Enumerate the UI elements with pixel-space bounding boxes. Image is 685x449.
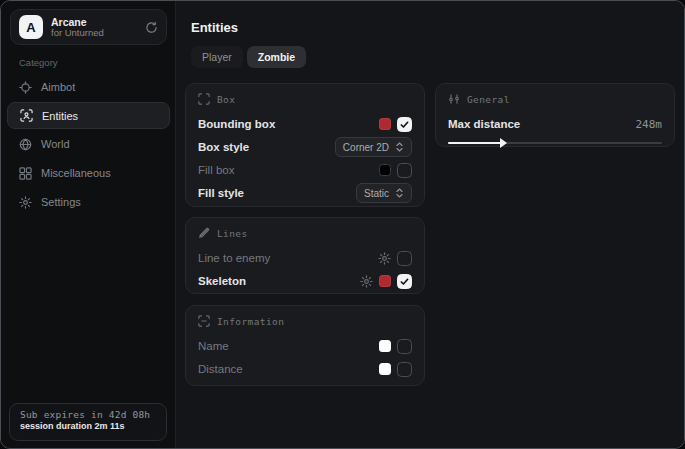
sidebar-item-entities[interactable]: Entities bbox=[7, 102, 170, 129]
box-style-label: Box style bbox=[198, 141, 249, 153]
general-section-title: General bbox=[467, 94, 510, 105]
box-style-row: Box style Corner 2D bbox=[198, 136, 412, 158]
slider-thumb[interactable] bbox=[500, 138, 507, 148]
sliders-icon bbox=[448, 93, 460, 105]
line-to-enemy-row: Line to enemy bbox=[198, 247, 412, 269]
sub-expiry-text: Sub expires in 42d 08h bbox=[20, 409, 156, 420]
brand-text: Arcane for Unturned bbox=[51, 16, 137, 39]
lines-section-title: Lines bbox=[217, 228, 248, 239]
gear-icon bbox=[19, 196, 32, 209]
name-label: Name bbox=[198, 340, 229, 352]
app-window: A Arcane for Unturned Category Aimbot bbox=[0, 0, 685, 449]
sidebar-item-world[interactable]: World bbox=[7, 130, 170, 158]
box-section-header: Box bbox=[198, 93, 412, 105]
sidebar: A Arcane for Unturned Category Aimbot bbox=[1, 1, 176, 448]
box-section: Box Bounding box Box style Corne bbox=[185, 83, 425, 207]
lines-section: Lines Line to enemy Skeleton bbox=[185, 217, 425, 294]
sidebar-item-settings[interactable]: Settings bbox=[7, 188, 170, 216]
bounding-box-checkbox[interactable] bbox=[397, 117, 412, 132]
sidebar-nav: Aimbot Entities World bbox=[7, 73, 170, 217]
bounding-box-color-swatch[interactable] bbox=[379, 118, 391, 130]
sidebar-item-label: Miscellaneous bbox=[41, 167, 111, 179]
fill-style-label: Fill style bbox=[198, 187, 244, 199]
box-section-title: Box bbox=[217, 94, 235, 105]
box-corners-icon bbox=[198, 93, 210, 105]
lines-section-header: Lines bbox=[198, 227, 412, 239]
distance-label: Distance bbox=[198, 363, 243, 375]
general-section-header: General bbox=[448, 93, 662, 105]
max-distance-slider[interactable] bbox=[448, 138, 662, 148]
page-title: Entities bbox=[191, 20, 238, 35]
line-to-enemy-settings-gear-icon[interactable] bbox=[378, 252, 391, 265]
fill-box-color-swatch[interactable] bbox=[379, 164, 391, 176]
brand-subtitle: for Unturned bbox=[51, 28, 137, 39]
check-icon bbox=[400, 277, 409, 286]
skeleton-color-swatch[interactable] bbox=[379, 275, 391, 287]
box-style-dropdown[interactable]: Corner 2D bbox=[335, 137, 412, 157]
brand-card: A Arcane for Unturned bbox=[10, 9, 167, 45]
information-section: Information Name Distance bbox=[185, 305, 425, 386]
tab-player[interactable]: Player bbox=[191, 46, 243, 68]
sidebar-item-miscellaneous[interactable]: Miscellaneous bbox=[7, 159, 170, 187]
information-section-title: Information bbox=[217, 316, 284, 327]
sidebar-item-label: Aimbot bbox=[41, 81, 75, 93]
sidebar-item-aimbot[interactable]: Aimbot bbox=[7, 73, 170, 101]
tab-zombie[interactable]: Zombie bbox=[247, 46, 306, 68]
fill-box-row: Fill box bbox=[198, 159, 412, 181]
fill-style-dropdown[interactable]: Static bbox=[356, 183, 412, 203]
brand-logo: A bbox=[19, 15, 43, 39]
distance-color-swatch[interactable] bbox=[379, 363, 391, 375]
grid-icon bbox=[19, 167, 32, 180]
sidebar-item-label: Entities bbox=[42, 110, 78, 122]
fill-style-dropdown-value: Static bbox=[364, 188, 389, 199]
sidebar-item-label: World bbox=[41, 138, 70, 150]
skeleton-checkbox[interactable] bbox=[397, 274, 412, 289]
max-distance-label: Max distance bbox=[448, 118, 520, 130]
scan-user-icon bbox=[20, 109, 33, 122]
box-style-dropdown-value: Corner 2D bbox=[343, 142, 389, 153]
bounding-box-label: Bounding box bbox=[198, 118, 275, 130]
main-content: Entities Player Zombie Box Bounding box bbox=[177, 1, 684, 448]
distance-row: Distance bbox=[198, 358, 412, 380]
name-checkbox[interactable] bbox=[397, 339, 412, 354]
entity-tabs: Player Zombie bbox=[191, 46, 306, 68]
name-color-swatch[interactable] bbox=[379, 340, 391, 352]
pencil-line-icon bbox=[198, 227, 210, 239]
chevrons-up-down-icon bbox=[395, 142, 404, 152]
subscription-info: Sub expires in 42d 08h session duration … bbox=[9, 403, 167, 441]
bounding-box-row: Bounding box bbox=[198, 113, 412, 135]
brand-name: Arcane bbox=[51, 16, 137, 28]
refresh-icon[interactable] bbox=[145, 21, 158, 34]
slider-fill bbox=[448, 142, 502, 144]
line-to-enemy-label: Line to enemy bbox=[198, 252, 270, 264]
check-icon bbox=[400, 120, 409, 129]
skeleton-label: Skeleton bbox=[198, 275, 246, 287]
crosshair-icon bbox=[19, 81, 32, 94]
fill-box-checkbox[interactable] bbox=[397, 163, 412, 178]
max-distance-value: 248m bbox=[636, 118, 663, 131]
information-section-header: Information bbox=[198, 315, 412, 327]
globe-icon bbox=[19, 138, 32, 151]
session-duration-text: session duration 2m 11s bbox=[20, 421, 156, 431]
chevrons-up-down-icon bbox=[395, 188, 404, 198]
general-section: General Max distance 248m bbox=[435, 83, 675, 147]
fill-box-label: Fill box bbox=[198, 164, 234, 176]
max-distance-row: Max distance 248m bbox=[448, 113, 662, 135]
fill-style-row: Fill style Static bbox=[198, 182, 412, 204]
category-label: Category bbox=[19, 57, 58, 68]
scan-text-icon bbox=[198, 315, 210, 327]
skeleton-settings-gear-icon[interactable] bbox=[360, 275, 373, 288]
sidebar-item-label: Settings bbox=[41, 196, 81, 208]
line-to-enemy-checkbox[interactable] bbox=[397, 251, 412, 266]
distance-checkbox[interactable] bbox=[397, 362, 412, 377]
name-row: Name bbox=[198, 335, 412, 357]
skeleton-row: Skeleton bbox=[198, 270, 412, 292]
